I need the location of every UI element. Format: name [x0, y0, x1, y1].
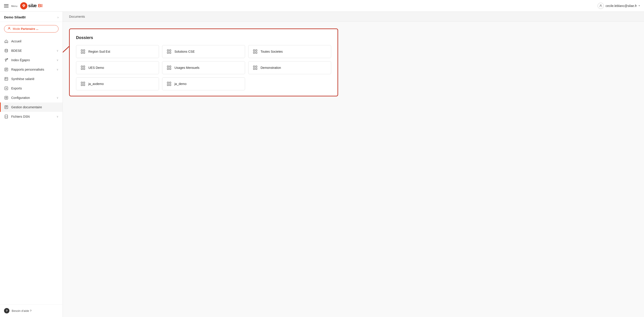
svg-rect-24	[254, 50, 255, 51]
sidebar-item-synthese[interactable]: Synthèse salarié	[0, 74, 62, 84]
logo-bi: BI	[38, 3, 42, 8]
export-icon	[4, 86, 8, 90]
user-menu-chevron: ▾	[638, 4, 640, 7]
sidebar-item-label: Fichiers DSN	[11, 115, 54, 118]
svg-rect-44	[167, 82, 168, 84]
sidebar-item-configuration[interactable]: Configuration ∨	[0, 93, 62, 102]
sidebar-item-accueil[interactable]: Accueil	[0, 36, 62, 46]
svg-rect-7	[5, 77, 8, 80]
svg-rect-30	[81, 68, 82, 70]
dossier-card-region-sud-est[interactable]: Region Sud Est	[76, 45, 159, 58]
dossier-grid-icon	[80, 48, 86, 55]
svg-rect-40	[81, 82, 82, 84]
dossier-grid-icon	[166, 48, 172, 55]
partner-mode-button[interactable]: Mode Partenaire ...	[4, 25, 58, 32]
help-button[interactable]: ? Besoin d'aide ?	[4, 308, 58, 314]
report-icon	[4, 67, 8, 72]
main-layout: Demo SilaeBI › Mode Partenaire ...	[0, 12, 644, 317]
dossier-grid-icon	[80, 81, 86, 87]
svg-rect-45	[170, 82, 171, 84]
menu-label: Menu	[11, 5, 18, 8]
logo-text: silæ	[28, 3, 37, 8]
sidebar-item-egapro[interactable]: Index Égapro ∨	[0, 55, 62, 65]
dossier-card-label: Solutions CSE	[174, 50, 195, 53]
dossier-card-solutions-cse[interactable]: Solutions CSE	[162, 45, 245, 58]
dossier-card-ja-avdemo[interactable]: ja_avdemo	[76, 77, 159, 90]
svg-rect-18	[81, 52, 82, 53]
svg-rect-21	[170, 50, 171, 51]
dossier-card-label: UES Demo	[88, 66, 104, 70]
dossier-card-label: ja_demo	[174, 82, 186, 86]
svg-point-8	[6, 78, 6, 79]
svg-rect-41	[84, 82, 85, 84]
svg-rect-22	[167, 52, 168, 53]
user-email: cecile.leblanc@silae.fr	[606, 4, 637, 8]
header-left: Menu silæ BI	[4, 2, 42, 10]
sidebar-item-label: Synthèse salarié	[11, 77, 58, 81]
bdese-chevron: ∨	[56, 49, 58, 52]
svg-point-3	[5, 49, 8, 50]
svg-rect-19	[84, 52, 85, 53]
svg-rect-26	[254, 52, 255, 53]
svg-point-1	[600, 4, 601, 6]
sidebar-item-bdese[interactable]: BDESE ∨	[0, 46, 62, 55]
svg-rect-31	[84, 68, 85, 70]
svg-rect-42	[81, 84, 82, 86]
dossiers-grid: Region Sud Est Solu	[76, 45, 331, 90]
dossier-card-label: Region Sud Est	[88, 50, 110, 53]
sidebar-item-label: Exports	[11, 86, 58, 90]
svg-text:DSN: DSN	[5, 116, 8, 118]
sidebar-item-label: Gestion documentaire	[11, 105, 58, 109]
sidebar-item-exports[interactable]: Exports	[0, 84, 62, 93]
dossier-card-usages-mensuels[interactable]: Usages Mensuels	[162, 61, 245, 74]
top-header: Menu silæ BI cecile.leblanc@silae.fr ▾	[0, 0, 644, 12]
svg-rect-33	[170, 66, 171, 67]
logo-icon	[20, 2, 27, 10]
svg-rect-38	[254, 68, 255, 70]
config-icon	[4, 96, 8, 100]
dsn-icon: DSN	[4, 114, 8, 119]
partner-mode-label: Mode Partenaire ...	[13, 27, 38, 30]
dossier-grid-icon	[166, 64, 172, 71]
database-icon	[4, 48, 8, 53]
svg-rect-25	[256, 50, 257, 51]
svg-rect-34	[167, 68, 168, 70]
home-icon	[4, 39, 8, 44]
svg-rect-39	[256, 68, 257, 70]
svg-point-11	[6, 97, 7, 98]
dossier-card-demonstration[interactable]: Demonstration	[248, 61, 331, 74]
svg-rect-47	[170, 84, 171, 86]
dossier-grid-icon	[166, 81, 172, 87]
sidebar-expand-chevron[interactable]: ›	[58, 16, 58, 19]
sidebar-item-label: Rapports personnalisés	[11, 68, 54, 71]
svg-rect-16	[81, 50, 82, 51]
sidebar-item-gestion-doc[interactable]: Gestion documentaire	[0, 102, 62, 112]
user-menu[interactable]: cecile.leblanc@silae.fr ▾	[598, 3, 640, 9]
help-icon: ?	[4, 308, 10, 314]
svg-rect-20	[167, 50, 168, 51]
dossier-card-toutes-societes[interactable]: Toutes Societes	[248, 45, 331, 58]
dossier-card-label: Demonstration	[260, 66, 281, 70]
dossiers-box: Dossiers	[69, 28, 338, 96]
dossier-card-label: Toutes Societes	[260, 50, 283, 53]
sidebar-item-label: Configuration	[11, 96, 54, 100]
main-content: Documents Dossiers	[63, 12, 644, 317]
dossier-card-ja-demo[interactable]: ja_demo	[162, 77, 245, 90]
partner-mode-icon	[8, 27, 11, 31]
sidebar-item-rapports[interactable]: Rapports personnalisés ∨	[0, 65, 62, 74]
svg-rect-35	[170, 68, 171, 70]
user-avatar-icon	[598, 3, 604, 9]
svg-rect-17	[84, 50, 85, 51]
sidebar-footer: ? Besoin d'aide ?	[0, 304, 62, 317]
svg-rect-27	[256, 52, 257, 53]
config-chevron: ∨	[56, 96, 58, 99]
sidebar-item-fichiers-dsn[interactable]: DSN Fichiers DSN ∨	[0, 112, 62, 121]
menu-button[interactable]	[4, 4, 8, 8]
svg-rect-23	[170, 52, 171, 53]
dossier-card-label: ja_avdemo	[88, 82, 104, 86]
content-body: Dossiers	[63, 22, 644, 103]
svg-rect-36	[254, 66, 255, 67]
dossier-grid-icon	[252, 48, 258, 55]
egapro-chevron: ∨	[56, 58, 58, 62]
dossier-card-ues-demo[interactable]: UES Demo	[76, 61, 159, 74]
